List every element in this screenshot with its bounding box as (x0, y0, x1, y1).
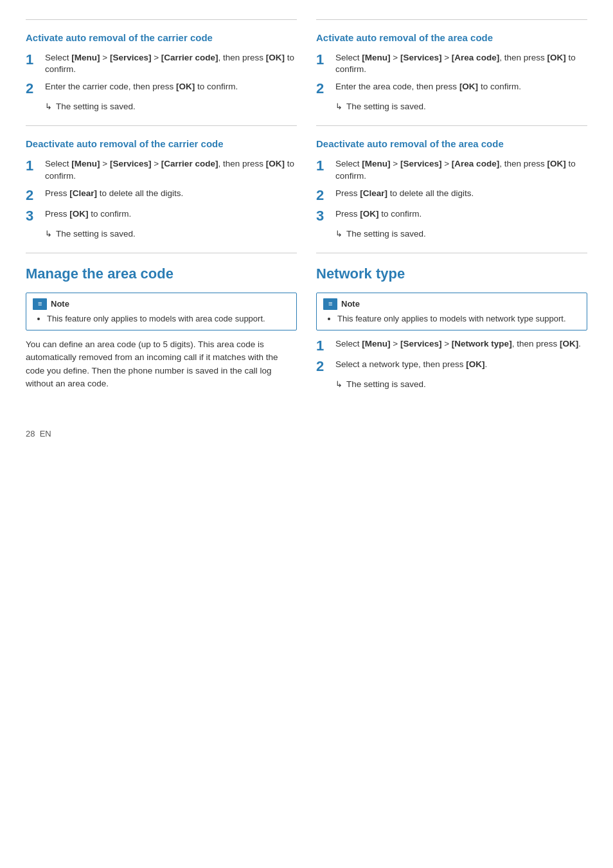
step-item: 2 Press [Clear] to delete all the digits… (316, 188, 587, 203)
step-number: 1 (316, 52, 335, 68)
network-type-title: Network type (316, 265, 587, 284)
step-text: Select [Menu] > [Services] > [Area code]… (335, 158, 587, 183)
result-text: The setting is saved. (346, 379, 426, 389)
result-text: The setting is saved. (56, 102, 136, 111)
step-item: 2 Enter the area code, then press [OK] t… (316, 81, 587, 96)
network-type-note-box: ≡ Note This feature only applies to mode… (316, 293, 587, 330)
note-bullet: This feature only applies to models with… (337, 313, 580, 325)
step-number: 2 (26, 188, 45, 203)
arrow-icon: ↳ (335, 102, 342, 111)
step-item: 2 Press [Clear] to delete all the digits… (26, 188, 297, 203)
manage-area-section: Manage the area code ≡ Note This feature… (26, 253, 297, 403)
activate-area-section: Activate auto removal of the area code 1… (316, 19, 587, 125)
note-icon: ≡ (33, 298, 47, 310)
result-text: The setting is saved. (346, 102, 426, 111)
note-label: Note (341, 298, 360, 310)
result-line: ↳ The setting is saved. (45, 102, 297, 111)
deactivate-carrier-title: Deactivate auto removal of the carrier c… (26, 138, 297, 150)
note-content: This feature only applies to models with… (33, 313, 290, 325)
step-text: Select [Menu] > [Services] > [Area code]… (335, 52, 587, 77)
step-number: 2 (26, 81, 45, 96)
step-number: 1 (316, 158, 335, 174)
step-text: Select a network type, then press [OK]. (335, 359, 587, 371)
network-type-section: Network type ≡ Note This feature only ap… (316, 253, 587, 403)
arrow-icon: ↳ (45, 102, 52, 111)
note-bullet: This feature only applies to models with… (47, 313, 290, 325)
step-item: 3 Press [OK] to confirm. (26, 208, 297, 224)
step-text: Select [Menu] > [Services] > [Network ty… (335, 338, 587, 350)
page-footer: 28 EN (26, 429, 587, 439)
step-number: 1 (26, 158, 45, 174)
step-item: 1 Select [Menu] > [Services] > [Carrier … (26, 158, 297, 183)
step-number: 1 (316, 338, 335, 354)
result-line: ↳ The setting is saved. (335, 379, 587, 389)
deactivate-carrier-steps: 1 Select [Menu] > [Services] > [Carrier … (26, 158, 297, 224)
network-type-steps: 1 Select [Menu] > [Services] > [Network … (316, 338, 587, 374)
activate-carrier-steps: 1 Select [Menu] > [Services] > [Carrier … (26, 52, 297, 97)
step-text: Enter the carrier code, then press [OK] … (45, 81, 297, 93)
step-text: Enter the area code, then press [OK] to … (335, 81, 587, 93)
note-label: Note (51, 298, 69, 310)
page-number: 28 (26, 429, 35, 439)
step-item: 1 Select [Menu] > [Services] > [Area cod… (316, 158, 587, 183)
step-number: 1 (26, 52, 45, 68)
step-item: 3 Press [OK] to confirm. (316, 208, 587, 224)
result-line: ↳ The setting is saved. (335, 102, 587, 111)
note-header: ≡ Note (33, 298, 290, 310)
deactivate-carrier-section: Deactivate auto removal of the carrier c… (26, 125, 297, 253)
step-number: 2 (316, 188, 335, 203)
page-lang: EN (40, 429, 51, 439)
activate-area-title: Activate auto removal of the area code (316, 32, 587, 44)
deactivate-area-title: Deactivate auto removal of the area code (316, 138, 587, 150)
result-line: ↳ The setting is saved. (45, 229, 297, 239)
result-text: The setting is saved. (346, 229, 426, 239)
step-text: Select [Menu] > [Services] > [Carrier co… (45, 158, 297, 183)
step-text: Press [Clear] to delete all the digits. (45, 188, 297, 200)
result-line: ↳ The setting is saved. (335, 229, 587, 239)
arrow-icon: ↳ (45, 229, 52, 239)
manage-area-title: Manage the area code (26, 265, 297, 284)
deactivate-area-section: Deactivate auto removal of the area code… (316, 125, 587, 253)
step-number: 3 (26, 208, 45, 224)
step-number: 2 (316, 359, 335, 374)
arrow-icon: ↳ (335, 229, 342, 239)
step-text: Select [Menu] > [Services] > [Carrier co… (45, 52, 297, 77)
step-number: 2 (316, 81, 335, 96)
step-text: Press [Clear] to delete all the digits. (335, 188, 587, 200)
step-text: Press [OK] to confirm. (45, 208, 297, 221)
arrow-icon: ↳ (335, 379, 342, 389)
step-number: 3 (316, 208, 335, 224)
activate-carrier-section: Activate auto removal of the carrier cod… (26, 19, 297, 125)
deactivate-area-steps: 1 Select [Menu] > [Services] > [Area cod… (316, 158, 587, 224)
activate-carrier-title: Activate auto removal of the carrier cod… (26, 32, 297, 44)
step-text: Press [OK] to confirm. (335, 208, 587, 221)
step-item: 2 Select a network type, then press [OK]… (316, 359, 587, 374)
manage-area-note-box: ≡ Note This feature only applies to mode… (26, 293, 297, 330)
step-item: 1 Select [Menu] > [Services] > [Carrier … (26, 52, 297, 77)
note-header: ≡ Note (323, 298, 580, 310)
step-item: 1 Select [Menu] > [Services] > [Network … (316, 338, 587, 354)
activate-area-steps: 1 Select [Menu] > [Services] > [Area cod… (316, 52, 587, 97)
step-item: 1 Select [Menu] > [Services] > [Area cod… (316, 52, 587, 77)
note-icon: ≡ (323, 298, 337, 310)
step-item: 2 Enter the carrier code, then press [OK… (26, 81, 297, 96)
manage-area-body: You can define an area code (up to 5 dig… (26, 338, 297, 390)
result-text: The setting is saved. (56, 229, 136, 239)
note-content: This feature only applies to models with… (323, 313, 580, 325)
